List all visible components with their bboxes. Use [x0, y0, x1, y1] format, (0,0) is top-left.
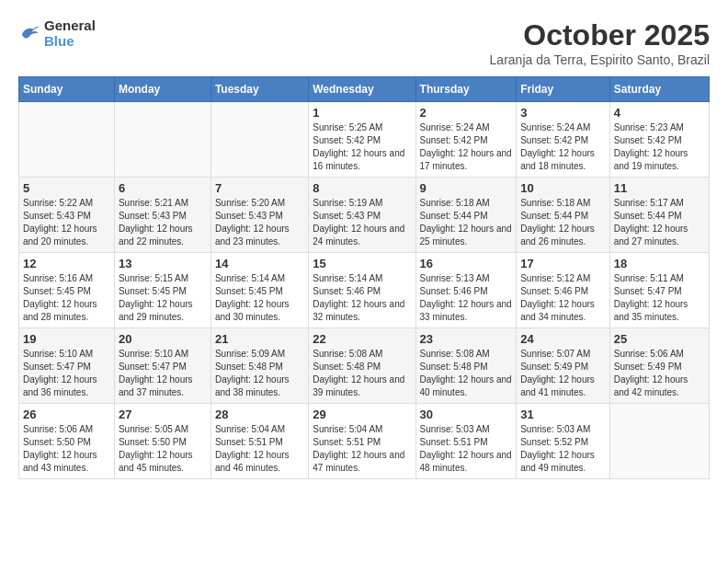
daylight: Daylight: 12 hours and 20 minutes.: [23, 224, 97, 247]
calendar-cell: 16 Sunrise: 5:13 AM Sunset: 5:46 PM Dayl…: [415, 253, 517, 328]
day-number: 24: [520, 332, 606, 346]
day-number: 6: [119, 181, 207, 195]
daylight: Daylight: 12 hours and 25 minutes.: [420, 224, 512, 247]
daylight: Daylight: 12 hours and 34 minutes.: [520, 299, 595, 322]
sunset: Sunset: 5:45 PM: [215, 286, 283, 296]
sunrise: Sunrise: 5:24 AM: [520, 122, 590, 132]
sunrise: Sunrise: 5:11 AM: [614, 273, 684, 283]
daylight: Daylight: 12 hours and 27 minutes.: [614, 224, 688, 247]
sunrise: Sunrise: 5:10 AM: [23, 349, 93, 359]
calendar-cell: 18 Sunrise: 5:11 AM Sunset: 5:47 PM Dayl…: [609, 253, 709, 328]
calendar-cell: 6 Sunrise: 5:21 AM Sunset: 5:43 PM Dayli…: [114, 178, 210, 253]
day-info: Sunrise: 5:24 AM Sunset: 5:42 PM Dayligh…: [420, 121, 513, 173]
calendar-cell: 26 Sunrise: 5:06 AM Sunset: 5:50 PM Dayl…: [19, 404, 115, 479]
day-number: 27: [119, 408, 207, 421]
day-info: Sunrise: 5:04 AM Sunset: 5:51 PM Dayligh…: [313, 423, 411, 475]
sunrise: Sunrise: 5:13 AM: [420, 273, 490, 283]
logo-icon: [18, 23, 40, 45]
day-number: 30: [420, 408, 513, 421]
calendar-cell: 10 Sunrise: 5:18 AM Sunset: 5:44 PM Dayl…: [517, 178, 610, 253]
sunset: Sunset: 5:50 PM: [119, 437, 187, 447]
day-info: Sunrise: 5:23 AM Sunset: 5:42 PM Dayligh…: [614, 121, 705, 173]
day-info: Sunrise: 5:05 AM Sunset: 5:50 PM Dayligh…: [119, 423, 207, 475]
day-info: Sunrise: 5:18 AM Sunset: 5:44 PM Dayligh…: [520, 197, 606, 248]
day-number: 31: [520, 408, 606, 421]
sunset: Sunset: 5:47 PM: [23, 362, 91, 372]
calendar-cell: 20 Sunrise: 5:10 AM Sunset: 5:47 PM Dayl…: [114, 328, 210, 404]
daylight: Daylight: 12 hours and 33 minutes.: [420, 299, 512, 322]
sunset: Sunset: 5:43 PM: [119, 211, 187, 221]
day-number: 9: [420, 181, 513, 195]
calendar-cell: [114, 102, 210, 178]
sunset: Sunset: 5:48 PM: [420, 362, 488, 372]
day-info: Sunrise: 5:19 AM Sunset: 5:43 PM Dayligh…: [313, 197, 411, 248]
sunset: Sunset: 5:46 PM: [520, 286, 588, 296]
sunset: Sunset: 5:42 PM: [614, 135, 682, 145]
sunset: Sunset: 5:45 PM: [23, 286, 91, 296]
sunrise: Sunrise: 5:03 AM: [420, 424, 490, 434]
daylight: Daylight: 12 hours and 19 minutes.: [614, 148, 688, 171]
day-info: Sunrise: 5:11 AM Sunset: 5:47 PM Dayligh…: [614, 272, 705, 324]
logo-text: General Blue: [44, 18, 96, 49]
day-number: 13: [119, 257, 207, 270]
calendar-cell: 23 Sunrise: 5:08 AM Sunset: 5:48 PM Dayl…: [415, 328, 517, 404]
daylight: Daylight: 12 hours and 16 minutes.: [313, 148, 404, 171]
calendar-cell: 15 Sunrise: 5:14 AM Sunset: 5:46 PM Dayl…: [309, 253, 415, 328]
sunrise: Sunrise: 5:07 AM: [520, 349, 590, 359]
sunset: Sunset: 5:44 PM: [520, 211, 588, 221]
sunrise: Sunrise: 5:04 AM: [313, 424, 382, 434]
calendar-cell: 17 Sunrise: 5:12 AM Sunset: 5:46 PM Dayl…: [517, 253, 610, 328]
daylight: Daylight: 12 hours and 26 minutes.: [520, 224, 595, 247]
daylight: Daylight: 12 hours and 18 minutes.: [520, 148, 595, 171]
day-info: Sunrise: 5:10 AM Sunset: 5:47 PM Dayligh…: [23, 348, 110, 399]
calendar-cell: 1 Sunrise: 5:25 AM Sunset: 5:42 PM Dayli…: [309, 102, 415, 178]
sunset: Sunset: 5:43 PM: [313, 211, 381, 221]
day-info: Sunrise: 5:17 AM Sunset: 5:44 PM Dayligh…: [614, 197, 705, 248]
calendar-cell: [210, 102, 308, 178]
daylight: Daylight: 12 hours and 36 minutes.: [23, 374, 97, 397]
page-header: General Blue October 2025 Laranja da Ter…: [18, 18, 710, 67]
day-number: 2: [420, 106, 513, 120]
day-number: 26: [23, 408, 110, 421]
sunrise: Sunrise: 5:03 AM: [520, 424, 590, 434]
day-info: Sunrise: 5:12 AM Sunset: 5:46 PM Dayligh…: [520, 272, 606, 324]
sunset: Sunset: 5:43 PM: [215, 211, 283, 221]
daylight: Daylight: 12 hours and 23 minutes.: [215, 224, 290, 247]
day-number: 19: [23, 332, 110, 346]
calendar-cell: [19, 102, 115, 178]
day-number: 15: [313, 257, 411, 270]
sunrise: Sunrise: 5:16 AM: [23, 273, 93, 283]
calendar-cell: 25 Sunrise: 5:06 AM Sunset: 5:49 PM Dayl…: [609, 328, 709, 404]
sunrise: Sunrise: 5:05 AM: [119, 424, 188, 434]
calendar-week: 12 Sunrise: 5:16 AM Sunset: 5:45 PM Dayl…: [19, 253, 710, 328]
sunrise: Sunrise: 5:24 AM: [420, 122, 490, 132]
daylight: Daylight: 12 hours and 28 minutes.: [23, 299, 97, 322]
weekday-header: Friday: [517, 77, 610, 102]
calendar-cell: 13 Sunrise: 5:15 AM Sunset: 5:45 PM Dayl…: [114, 253, 210, 328]
sunrise: Sunrise: 5:08 AM: [420, 349, 490, 359]
day-info: Sunrise: 5:24 AM Sunset: 5:42 PM Dayligh…: [520, 121, 606, 173]
day-number: 8: [313, 181, 411, 195]
sunset: Sunset: 5:42 PM: [520, 135, 588, 145]
calendar-cell: 21 Sunrise: 5:09 AM Sunset: 5:48 PM Dayl…: [210, 328, 308, 404]
sunrise: Sunrise: 5:22 AM: [23, 198, 93, 208]
daylight: Daylight: 12 hours and 40 minutes.: [420, 374, 512, 397]
day-info: Sunrise: 5:03 AM Sunset: 5:51 PM Dayligh…: [420, 423, 513, 475]
daylight: Daylight: 12 hours and 48 minutes.: [420, 450, 512, 473]
sunset: Sunset: 5:46 PM: [420, 286, 488, 296]
daylight: Daylight: 12 hours and 41 minutes.: [520, 374, 595, 397]
sunset: Sunset: 5:43 PM: [23, 211, 91, 221]
month-title: October 2025: [490, 18, 710, 52]
day-info: Sunrise: 5:08 AM Sunset: 5:48 PM Dayligh…: [420, 348, 513, 399]
sunrise: Sunrise: 5:17 AM: [614, 198, 684, 208]
weekday-header: Saturday: [609, 77, 709, 102]
daylight: Daylight: 12 hours and 45 minutes.: [119, 450, 193, 473]
calendar-week: 26 Sunrise: 5:06 AM Sunset: 5:50 PM Dayl…: [19, 404, 710, 479]
day-number: 1: [313, 106, 411, 120]
sunset: Sunset: 5:51 PM: [215, 437, 283, 447]
calendar-cell: 4 Sunrise: 5:23 AM Sunset: 5:42 PM Dayli…: [609, 102, 709, 178]
sunset: Sunset: 5:44 PM: [420, 211, 488, 221]
daylight: Daylight: 12 hours and 35 minutes.: [614, 299, 688, 322]
day-number: 12: [23, 257, 110, 270]
day-number: 21: [215, 332, 304, 346]
